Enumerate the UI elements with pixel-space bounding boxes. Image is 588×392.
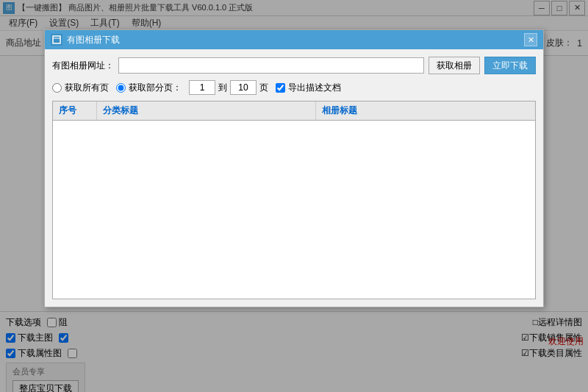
fetch-album-button[interactable]: 获取相册 — [429, 57, 480, 74]
url-label: 有图相册网址： — [52, 60, 114, 72]
dialog-icon — [51, 34, 62, 46]
col-album: 相册标题 — [316, 101, 535, 120]
radio-partial-pages[interactable]: 获取部分页： — [116, 82, 182, 94]
table-header: 序号 分类标题 相册标题 — [53, 101, 535, 121]
dialog-titlebar: 有图相册下载 ✕ — [45, 30, 543, 49]
page-from-input[interactable] — [189, 80, 215, 95]
col-category: 分类标题 — [97, 101, 316, 120]
url-row: 有图相册网址： 获取相册 立即下载 — [52, 57, 536, 74]
dialog-body: 有图相册网址： 获取相册 立即下载 获取所有页 获取部分页： — [45, 49, 543, 307]
radio-group: 获取所有页 获取部分页： — [52, 82, 182, 94]
album-download-dialog: 有图相册下载 ✕ 有图相册网址： 获取相册 立即下载 获取所有页 — [44, 29, 544, 307]
table-empty — [53, 121, 535, 297]
url-input[interactable] — [118, 57, 424, 74]
dialog-title: 有图相册下载 — [67, 34, 524, 46]
col-seq: 序号 — [53, 101, 97, 120]
svg-rect-0 — [53, 36, 60, 43]
options-row: 获取所有页 获取部分页： 到 页 导出描述文档 — [52, 80, 536, 95]
table-body — [53, 121, 535, 297]
page-to-input[interactable] — [230, 80, 257, 95]
album-table: 序号 分类标题 相册标题 — [52, 101, 536, 299]
modal-overlay: 有图相册下载 ✕ 有图相册网址： 获取相册 立即下载 获取所有页 — [0, 0, 588, 392]
download-now-button[interactable]: 立即下载 — [484, 57, 536, 74]
dialog-close-button[interactable]: ✕ — [524, 33, 537, 46]
export-docs-checkbox[interactable]: 导出描述文档 — [276, 82, 341, 94]
page-range: 到 页 — [189, 80, 268, 95]
radio-all-pages[interactable]: 获取所有页 — [52, 82, 109, 94]
